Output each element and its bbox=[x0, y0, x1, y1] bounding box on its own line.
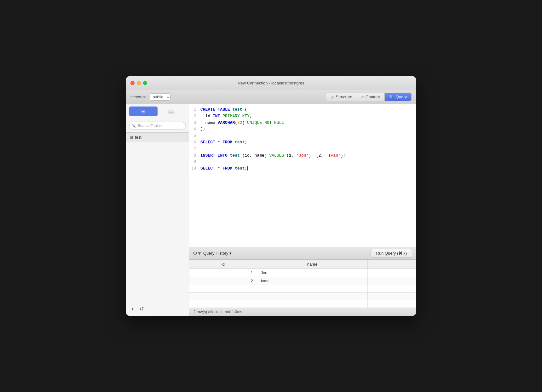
results-table: id name 1 Jon 2 Ivan bbox=[189, 260, 416, 308]
cell-extra bbox=[368, 269, 416, 277]
view-tabs: ⊞ Structure ≡ Content 🔍 Query bbox=[326, 93, 412, 101]
search-wrapper bbox=[129, 122, 186, 130]
query-icon: 🔍 bbox=[389, 95, 394, 99]
structure-icon: ⊞ bbox=[331, 95, 334, 99]
col-name: name bbox=[257, 260, 368, 269]
code-line-7: 7 bbox=[189, 146, 416, 153]
results-area: id name 1 Jon 2 Ivan bbox=[189, 260, 416, 308]
code-line-3: 3 name VARCHAR(32) UNIQUE NOT NULL bbox=[189, 120, 416, 126]
sidebar-tabs: ⊞ 📖 bbox=[126, 104, 189, 119]
col-extra bbox=[368, 260, 416, 269]
table-item[interactable]: ⊞ test bbox=[126, 133, 189, 142]
table-row: 1 Jon bbox=[189, 269, 416, 277]
maximize-button[interactable] bbox=[143, 81, 147, 85]
cell-id: 1 bbox=[189, 269, 257, 277]
table-list: ⊞ test bbox=[126, 133, 189, 302]
history-label: Query History bbox=[203, 251, 228, 256]
sidebar-tab-tables[interactable]: ⊞ bbox=[129, 107, 158, 116]
code-lines: 1 CREATE TABLE test ( 2 id INT PRIMARY K… bbox=[189, 104, 416, 175]
code-line-2: 2 id INT PRIMARY KEY, bbox=[189, 113, 416, 120]
schema-label: schema: bbox=[130, 95, 146, 99]
window-title: New Connection - localhost/postgres bbox=[238, 81, 304, 85]
status-bar: 2 row(s) affected, took 1.0ms bbox=[189, 308, 416, 316]
settings-button[interactable]: ⚙ ▾ bbox=[193, 250, 201, 256]
search-input[interactable] bbox=[129, 122, 186, 130]
minimize-button[interactable] bbox=[137, 81, 141, 85]
table-name: test bbox=[135, 135, 141, 140]
sidebar-bottom: + ↺ bbox=[126, 302, 189, 316]
table-row-empty bbox=[189, 293, 416, 300]
table-row-empty bbox=[189, 300, 416, 308]
titlebar: New Connection - localhost/postgres bbox=[126, 76, 416, 90]
tab-query[interactable]: 🔍 Query bbox=[385, 93, 411, 101]
query-area: 1 CREATE TABLE test ( 2 id INT PRIMARY K… bbox=[189, 104, 416, 316]
code-line-1: 1 CREATE TABLE test ( bbox=[189, 107, 416, 113]
cell-extra bbox=[368, 277, 416, 285]
history-chevron-icon: ▾ bbox=[229, 251, 232, 256]
query-toolbar: ⚙ ▾ Query History ▾ Run Query (⌘R) bbox=[189, 247, 416, 260]
close-button[interactable] bbox=[130, 81, 135, 85]
gear-icon: ⚙ bbox=[193, 250, 197, 256]
table-row: 2 Ivan bbox=[189, 277, 416, 285]
tab-content[interactable]: ≡ Content bbox=[357, 93, 385, 101]
code-line-4: 4 ); bbox=[189, 126, 416, 133]
search-container bbox=[126, 119, 189, 133]
schema-select[interactable]: public bbox=[150, 93, 170, 101]
code-editor[interactable]: 1 CREATE TABLE test ( 2 id INT PRIMARY K… bbox=[189, 104, 416, 247]
sidebar: ⊞ 📖 ⊞ test + ↺ bbox=[126, 104, 189, 316]
run-query-button[interactable]: Run Query (⌘R) bbox=[371, 249, 412, 257]
tab-structure[interactable]: ⊞ Structure bbox=[326, 93, 357, 101]
cell-name: Ivan bbox=[257, 277, 368, 285]
status-message: 2 row(s) affected, took 1.0ms bbox=[193, 310, 242, 314]
content-icon: ≡ bbox=[361, 95, 364, 99]
traffic-lights bbox=[130, 81, 147, 85]
code-line-8: 8 INSERT INTO test (id, name) VALUES (1,… bbox=[189, 153, 416, 159]
code-line-9: 9 bbox=[189, 159, 416, 165]
add-table-button[interactable]: + bbox=[130, 306, 135, 313]
cell-name: Jon bbox=[257, 269, 368, 277]
table-row-empty bbox=[189, 285, 416, 293]
code-line-10: 10 SELECT * FROM test; bbox=[189, 165, 416, 172]
cell-id: 2 bbox=[189, 277, 257, 285]
main-toolbar: schema: public ⊞ Structure ≡ Content 🔍 Q… bbox=[126, 90, 416, 104]
main-content: ⊞ 📖 ⊞ test + ↺ bbox=[126, 104, 416, 316]
code-line-5: 5 bbox=[189, 133, 416, 139]
refresh-button[interactable]: ↺ bbox=[139, 305, 144, 313]
app-window: New Connection - localhost/postgres sche… bbox=[126, 76, 416, 316]
code-line-6: 6 SELECT * FROM test; bbox=[189, 139, 416, 146]
query-history-button[interactable]: Query History ▾ bbox=[203, 251, 232, 256]
schema-selector[interactable]: public bbox=[150, 93, 170, 101]
col-id: id bbox=[189, 260, 257, 269]
gear-chevron-icon: ▾ bbox=[198, 250, 201, 256]
table-icon: ⊞ bbox=[130, 135, 133, 140]
sidebar-tab-docs[interactable]: 📖 bbox=[158, 107, 186, 116]
